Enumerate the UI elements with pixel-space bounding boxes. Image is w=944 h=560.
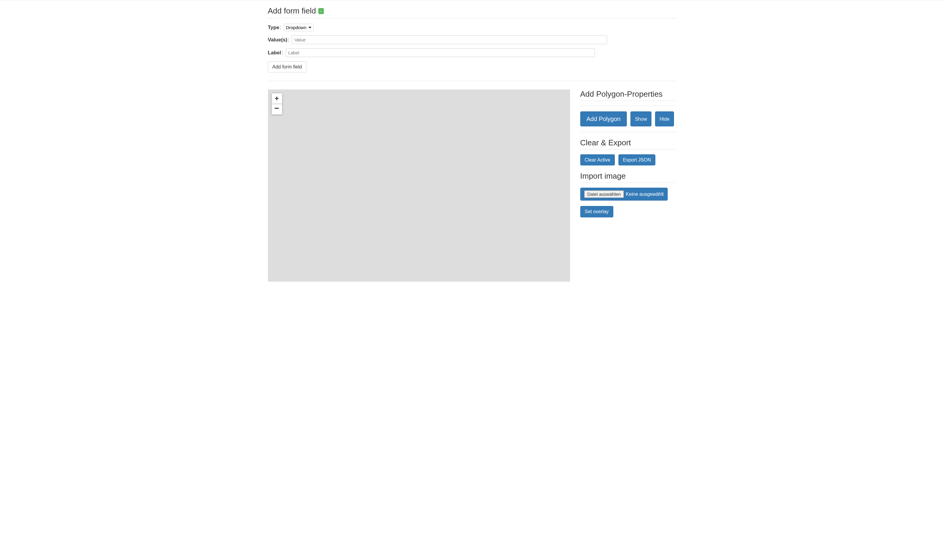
type-select[interactable]: Dropdown xyxy=(284,24,314,31)
import-image-heading: Import image xyxy=(580,171,676,183)
main-container: Add form field - Type: Dropdown Value(s)… xyxy=(262,0,682,282)
set-overlay-row: Set overlay xyxy=(580,206,676,217)
import-image-section: Import image Datei auswählen Keine ausge… xyxy=(580,171,676,217)
map-column: + − xyxy=(268,89,570,282)
values-input[interactable] xyxy=(292,35,607,44)
sidebar: Add Polygon-Properties Add Polygon Show … xyxy=(580,89,676,223)
hide-button[interactable]: Hide xyxy=(655,111,674,126)
zoom-in-button[interactable]: + xyxy=(271,93,282,104)
add-polygon-button[interactable]: Add Polygon xyxy=(580,111,627,126)
file-picker[interactable]: Datei auswählen Keine ausgewählt xyxy=(580,188,668,201)
type-row: Type: Dropdown xyxy=(268,24,676,31)
add-form-field-heading: Add form field xyxy=(268,6,316,15)
polygon-button-row: Add Polygon Show Hide xyxy=(580,111,676,126)
polygon-sub-divider xyxy=(580,106,676,106)
set-overlay-button[interactable]: Set overlay xyxy=(580,206,613,217)
clear-export-heading: Clear & Export xyxy=(580,138,676,149)
label-input[interactable] xyxy=(286,48,595,57)
section-divider xyxy=(268,81,676,81)
polygon-properties-section: Add Polygon-Properties Add Polygon Show … xyxy=(580,89,676,132)
type-label: Type xyxy=(268,25,279,31)
file-status-text: Keine ausgewählt xyxy=(626,192,664,197)
label-row: Label: xyxy=(268,48,676,57)
add-form-field-submit-row: Add form field xyxy=(268,61,676,72)
zoom-controls: + − xyxy=(271,93,282,115)
clear-active-button[interactable]: Clear Active xyxy=(580,154,615,165)
export-json-button[interactable]: Export JSON xyxy=(618,154,655,165)
clear-export-button-row: Clear Active Export JSON xyxy=(580,154,676,165)
label-label: Label xyxy=(268,50,281,56)
map-canvas[interactable]: + − xyxy=(268,89,570,282)
add-form-field-heading-row: Add form field - xyxy=(268,0,676,18)
choose-file-button[interactable]: Datei auswählen xyxy=(584,190,624,198)
polygon-properties-heading: Add Polygon-Properties xyxy=(580,89,676,101)
columns: + − Add Polygon-Properties Add Polygon S… xyxy=(268,89,676,282)
zoom-out-button[interactable]: − xyxy=(271,104,282,115)
import-image-button-row: Datei auswählen Keine ausgewählt xyxy=(580,188,676,201)
show-button[interactable]: Show xyxy=(630,111,651,126)
values-row: Value(s): xyxy=(268,35,676,44)
values-label: Value(s) xyxy=(268,37,288,43)
polygon-bottom-divider xyxy=(580,132,676,132)
clear-export-section: Clear & Export Clear Active Export JSON xyxy=(580,138,676,165)
add-form-field-button[interactable]: Add form field xyxy=(268,61,306,72)
collapse-toggle-badge[interactable]: - xyxy=(318,8,324,14)
